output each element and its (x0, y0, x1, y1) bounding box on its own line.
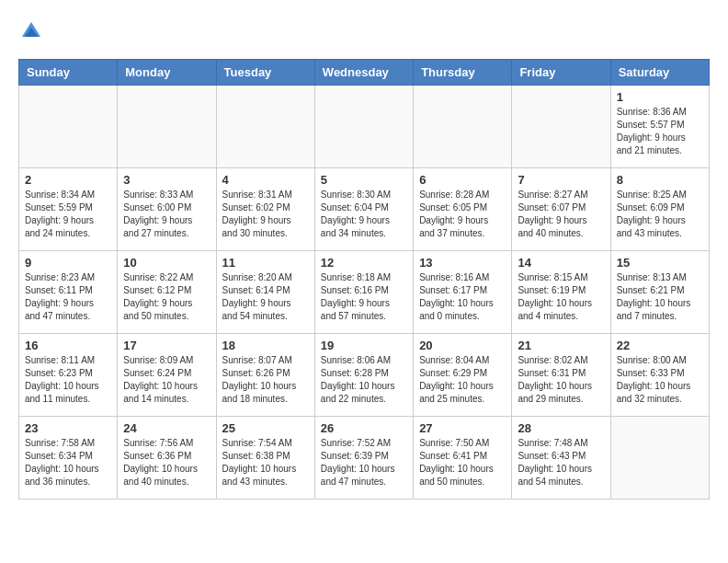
logo (18, 18, 48, 44)
day-info: Sunrise: 8:30 AM Sunset: 6:04 PM Dayligh… (321, 189, 407, 240)
weekday-header-friday: Friday (512, 60, 610, 86)
calendar-cell: 25Sunrise: 7:54 AM Sunset: 6:38 PM Dayli… (216, 417, 314, 500)
day-info: Sunrise: 7:48 AM Sunset: 6:43 PM Dayligh… (518, 437, 604, 488)
day-number: 5 (321, 173, 407, 187)
calendar-cell: 13Sunrise: 8:16 AM Sunset: 6:17 PM Dayli… (414, 251, 512, 334)
day-number: 6 (419, 173, 506, 187)
day-number: 9 (25, 256, 111, 270)
calendar-cell: 14Sunrise: 8:15 AM Sunset: 6:19 PM Dayli… (512, 251, 610, 334)
day-info: Sunrise: 8:15 AM Sunset: 6:19 PM Dayligh… (518, 271, 604, 323)
calendar-cell: 24Sunrise: 7:56 AM Sunset: 6:36 PM Dayli… (118, 417, 216, 500)
calendar-cell: 6Sunrise: 8:28 AM Sunset: 6:05 PM Daylig… (414, 168, 512, 251)
week-row-1: 1Sunrise: 8:36 AM Sunset: 5:57 PM Daylig… (19, 86, 710, 168)
week-row-3: 9Sunrise: 8:23 AM Sunset: 6:11 PM Daylig… (19, 251, 710, 334)
day-info: Sunrise: 8:22 AM Sunset: 6:12 PM Dayligh… (123, 271, 210, 323)
day-number: 8 (617, 173, 703, 187)
day-info: Sunrise: 8:23 AM Sunset: 6:11 PM Dayligh… (25, 271, 111, 323)
day-info: Sunrise: 7:52 AM Sunset: 6:39 PM Dayligh… (321, 437, 407, 488)
day-number: 24 (123, 421, 210, 435)
week-row-5: 23Sunrise: 7:58 AM Sunset: 6:34 PM Dayli… (19, 417, 710, 500)
day-info: Sunrise: 7:56 AM Sunset: 6:36 PM Dayligh… (123, 437, 210, 488)
day-number: 15 (617, 256, 703, 270)
day-info: Sunrise: 8:27 AM Sunset: 6:07 PM Dayligh… (518, 189, 604, 240)
calendar-cell: 1Sunrise: 8:36 AM Sunset: 5:57 PM Daylig… (610, 86, 709, 168)
day-number: 17 (123, 339, 210, 352)
day-info: Sunrise: 8:34 AM Sunset: 5:59 PM Dayligh… (25, 189, 111, 240)
weekday-header-sunday: Sunday (19, 60, 118, 86)
calendar-cell: 10Sunrise: 8:22 AM Sunset: 6:12 PM Dayli… (118, 251, 216, 334)
day-number: 28 (518, 421, 604, 435)
day-info: Sunrise: 8:18 AM Sunset: 6:16 PM Dayligh… (321, 271, 407, 323)
day-number: 10 (123, 256, 210, 270)
day-number: 22 (617, 339, 703, 352)
weekday-header-tuesday: Tuesday (216, 60, 314, 86)
calendar-cell (512, 86, 610, 168)
day-number: 7 (518, 173, 604, 187)
day-info: Sunrise: 8:25 AM Sunset: 6:09 PM Dayligh… (617, 189, 703, 240)
calendar-cell: 8Sunrise: 8:25 AM Sunset: 6:09 PM Daylig… (610, 168, 709, 251)
calendar-cell: 12Sunrise: 8:18 AM Sunset: 6:16 PM Dayli… (314, 251, 413, 334)
day-info: Sunrise: 8:02 AM Sunset: 6:31 PM Dayligh… (518, 354, 604, 406)
week-row-2: 2Sunrise: 8:34 AM Sunset: 5:59 PM Daylig… (19, 168, 710, 251)
calendar-cell: 19Sunrise: 8:06 AM Sunset: 6:28 PM Dayli… (314, 334, 413, 417)
calendar-cell: 17Sunrise: 8:09 AM Sunset: 6:24 PM Dayli… (118, 334, 216, 417)
day-info: Sunrise: 8:33 AM Sunset: 6:00 PM Dayligh… (123, 189, 210, 240)
day-number: 26 (321, 421, 407, 435)
page-header (18, 18, 710, 44)
day-info: Sunrise: 8:11 AM Sunset: 6:23 PM Dayligh… (25, 354, 111, 406)
day-number: 23 (25, 421, 111, 435)
day-number: 1 (617, 90, 703, 104)
day-number: 20 (419, 339, 506, 352)
calendar-cell: 27Sunrise: 7:50 AM Sunset: 6:41 PM Dayli… (414, 417, 512, 500)
weekday-header-thursday: Thursday (414, 60, 512, 86)
day-number: 14 (518, 256, 604, 270)
day-info: Sunrise: 8:31 AM Sunset: 6:02 PM Dayligh… (222, 189, 309, 240)
calendar-cell (414, 86, 512, 168)
day-info: Sunrise: 8:36 AM Sunset: 5:57 PM Dayligh… (617, 106, 703, 157)
day-number: 4 (222, 173, 309, 187)
calendar-cell (610, 417, 709, 500)
calendar-cell: 21Sunrise: 8:02 AM Sunset: 6:31 PM Dayli… (512, 334, 610, 417)
calendar-cell: 18Sunrise: 8:07 AM Sunset: 6:26 PM Dayli… (216, 334, 314, 417)
calendar-cell: 23Sunrise: 7:58 AM Sunset: 6:34 PM Dayli… (19, 417, 118, 500)
day-info: Sunrise: 8:16 AM Sunset: 6:17 PM Dayligh… (419, 271, 506, 323)
day-info: Sunrise: 8:06 AM Sunset: 6:28 PM Dayligh… (321, 354, 407, 406)
weekday-header-wednesday: Wednesday (314, 60, 413, 86)
day-info: Sunrise: 8:20 AM Sunset: 6:14 PM Dayligh… (222, 271, 309, 323)
week-row-4: 16Sunrise: 8:11 AM Sunset: 6:23 PM Dayli… (19, 334, 710, 417)
calendar-cell: 3Sunrise: 8:33 AM Sunset: 6:00 PM Daylig… (118, 168, 216, 251)
day-number: 19 (321, 339, 407, 352)
weekday-header-row: SundayMondayTuesdayWednesdayThursdayFrid… (19, 60, 710, 86)
weekday-header-saturday: Saturday (610, 60, 709, 86)
calendar-table: SundayMondayTuesdayWednesdayThursdayFrid… (18, 59, 710, 500)
day-number: 12 (321, 256, 407, 270)
calendar-cell: 22Sunrise: 8:00 AM Sunset: 6:33 PM Dayli… (610, 334, 709, 417)
day-number: 18 (222, 339, 309, 352)
calendar-cell: 16Sunrise: 8:11 AM Sunset: 6:23 PM Dayli… (19, 334, 118, 417)
calendar-cell (19, 86, 118, 168)
calendar-cell: 20Sunrise: 8:04 AM Sunset: 6:29 PM Dayli… (414, 334, 512, 417)
day-info: Sunrise: 8:04 AM Sunset: 6:29 PM Dayligh… (419, 354, 506, 406)
calendar-cell: 2Sunrise: 8:34 AM Sunset: 5:59 PM Daylig… (19, 168, 118, 251)
calendar-cell: 7Sunrise: 8:27 AM Sunset: 6:07 PM Daylig… (512, 168, 610, 251)
day-info: Sunrise: 7:54 AM Sunset: 6:38 PM Dayligh… (222, 437, 309, 488)
day-info: Sunrise: 8:07 AM Sunset: 6:26 PM Dayligh… (222, 354, 309, 406)
logo-icon (18, 18, 44, 44)
calendar-cell: 9Sunrise: 8:23 AM Sunset: 6:11 PM Daylig… (19, 251, 118, 334)
day-number: 11 (222, 256, 309, 270)
calendar-cell (118, 86, 216, 168)
day-number: 3 (123, 173, 210, 187)
day-number: 27 (419, 421, 506, 435)
day-number: 2 (25, 173, 111, 187)
calendar-cell: 5Sunrise: 8:30 AM Sunset: 6:04 PM Daylig… (314, 168, 413, 251)
day-number: 25 (222, 421, 309, 435)
day-number: 21 (518, 339, 604, 352)
day-info: Sunrise: 7:50 AM Sunset: 6:41 PM Dayligh… (419, 437, 506, 488)
day-number: 13 (419, 256, 506, 270)
day-info: Sunrise: 7:58 AM Sunset: 6:34 PM Dayligh… (25, 437, 111, 488)
calendar-cell: 4Sunrise: 8:31 AM Sunset: 6:02 PM Daylig… (216, 168, 314, 251)
day-number: 16 (25, 339, 111, 352)
calendar-cell (314, 86, 413, 168)
calendar-cell (216, 86, 314, 168)
day-info: Sunrise: 8:00 AM Sunset: 6:33 PM Dayligh… (617, 354, 703, 406)
